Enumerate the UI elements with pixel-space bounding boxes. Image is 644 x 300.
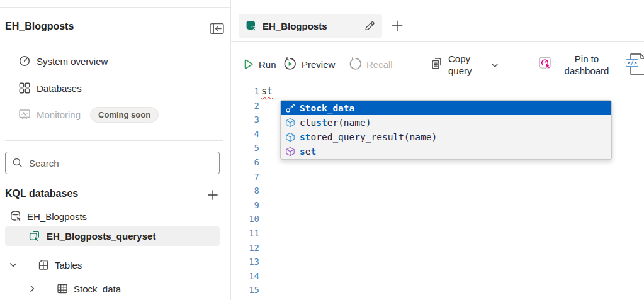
line-number: 2 <box>231 99 259 113</box>
table-key-icon <box>285 103 295 113</box>
monitoring-icon <box>18 108 31 121</box>
editor-line-1: st <box>261 84 644 99</box>
gauge-icon <box>18 55 31 67</box>
toolbar-divider <box>517 52 517 75</box>
plus-icon <box>206 188 220 202</box>
tree-item-label: EH_Blogposts <box>27 211 87 222</box>
copy-icon[interactable] <box>430 57 444 70</box>
sidebar-item-system-overview[interactable]: System overview <box>18 53 108 69</box>
line-number: 13 <box>231 255 259 269</box>
folder-table-icon <box>37 258 50 271</box>
sidebar-item-monitoring: Monitoring Coming soon <box>18 107 159 122</box>
suggestion-label: set <box>300 147 316 157</box>
recall-button[interactable]: Recall <box>366 58 393 71</box>
pin-to-dashboard-button[interactable]: Pin to dashboard <box>558 53 616 77</box>
copy-query-button[interactable]: Copy query <box>448 53 489 77</box>
sidebar-item-label: Databases <box>37 83 82 94</box>
sidebar-item-databases[interactable]: Databases <box>18 81 82 96</box>
line-number: 4 <box>231 127 259 142</box>
tab-title: EH_Blogposts <box>263 21 358 31</box>
kql-queryset-window: EH_Blogposts System overview Databases <box>0 0 644 300</box>
chevron-down-icon[interactable] <box>490 61 499 70</box>
function-cube-icon <box>285 118 295 128</box>
line-number: 10 <box>231 212 259 226</box>
line-number: 12 <box>231 241 259 255</box>
sidebar-title: EH_Blogposts <box>5 21 74 32</box>
sidebar-item-label: System overview <box>37 56 108 67</box>
keyword-cube-icon <box>285 147 295 157</box>
search-icon <box>12 157 23 169</box>
preview-button[interactable]: Preview <box>302 58 335 71</box>
sidebar-item-label: Monitoring <box>37 109 81 120</box>
recall-icon[interactable] <box>348 57 363 71</box>
line-number: 1 <box>231 84 259 99</box>
suggestion-item[interactable]: stored_query_result(name) <box>281 130 611 144</box>
line-number: 6 <box>231 155 259 170</box>
collapse-pane-button[interactable] <box>208 21 225 36</box>
line-number: 5 <box>231 141 259 155</box>
database-icon <box>245 19 257 32</box>
tree-item-label: Stock_data <box>74 284 121 294</box>
collapse-pane-icon <box>210 23 224 35</box>
typed-text: st <box>261 86 273 97</box>
suggestion-item[interactable]: cluster(name) <box>281 115 611 130</box>
suggestion-label: cluster(name) <box>300 118 371 128</box>
pencil-icon[interactable] <box>363 19 376 32</box>
tree-item-queryset[interactable] <box>5 226 220 246</box>
sidebar-top-border <box>0 7 230 8</box>
line-numbers: 123456789101112131415 <box>231 84 259 297</box>
autocomplete-dropdown: Stock_datacluster(name)stored_query_resu… <box>280 100 612 160</box>
tree-item-label: Tables <box>55 260 82 270</box>
code-glyph: </> <box>626 59 638 67</box>
tab-eh-blogposts[interactable]: EH_Blogposts <box>239 14 382 38</box>
coming-soon-badge: Coming soon <box>90 107 159 123</box>
line-number: 8 <box>231 184 259 198</box>
plus-icon <box>390 18 405 33</box>
pin-to-dashboard-icon[interactable] <box>538 56 553 71</box>
add-database-button[interactable] <box>204 187 222 203</box>
chevron-down-icon <box>8 260 18 270</box>
suggestion-item[interactable]: set <box>281 145 611 159</box>
tree-item-database[interactable]: EH_Blogposts <box>9 208 87 225</box>
toolbar-divider <box>409 52 409 75</box>
tree-item-tables[interactable]: Tables <box>8 256 82 274</box>
sample-queries-button[interactable]: </> <box>628 53 644 75</box>
tree-item-stock-data[interactable]: Stock_data <box>27 280 121 297</box>
preview-icon[interactable] <box>283 57 297 71</box>
line-number: 15 <box>231 283 259 297</box>
line-number: 3 <box>231 113 259 127</box>
line-number: 11 <box>231 226 259 241</box>
grid-icon <box>18 82 31 94</box>
new-tab-button[interactable] <box>388 17 406 35</box>
database-icon <box>9 210 22 223</box>
run-icon[interactable] <box>242 58 254 70</box>
tab-row-border <box>231 41 644 42</box>
suggestion-label: Stock_data <box>300 103 354 113</box>
suggestion-item[interactable]: Stock_data <box>281 101 611 115</box>
line-number: 9 <box>231 198 259 213</box>
sidebar-section-divider <box>5 140 223 141</box>
kql-databases-header: KQL databases <box>5 188 78 199</box>
search-box[interactable] <box>5 152 220 174</box>
function-cube-icon <box>285 132 295 142</box>
chevron-right-icon <box>27 284 37 294</box>
search-input[interactable] <box>29 158 213 169</box>
line-number: 14 <box>231 269 259 284</box>
suggestion-label: stored_query_result(name) <box>300 132 437 142</box>
table-icon <box>56 282 69 295</box>
run-button[interactable]: Run <box>259 58 276 71</box>
line-number: 7 <box>231 170 259 184</box>
